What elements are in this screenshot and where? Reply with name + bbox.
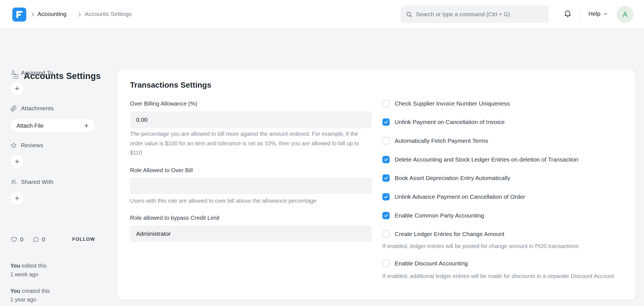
field-help-text: The percentage you are allowed to bill m… xyxy=(130,129,365,158)
history-who: You xyxy=(10,263,20,269)
form-fields-column: Over Billing Allowance (%) The percentag… xyxy=(130,69,372,300)
checkbox-row: Delete Accounting and Stock Ledger Entri… xyxy=(382,155,578,164)
checkbox-column: Check Supplier Invoice Number Uniqueness… xyxy=(382,69,622,300)
sidebar-divider xyxy=(10,253,95,253)
checkbox-row: Book Asset Depreciation Entry Automatica… xyxy=(382,173,510,183)
follow-button[interactable]: FOLLOW xyxy=(72,237,95,242)
checkbox-row: Enable Common Party Accounting xyxy=(382,211,484,220)
checkbox-label: Unlink Advance Payment on Cancellation o… xyxy=(395,193,525,200)
checkbox-help-text: If enabled, ledger entries will be poste… xyxy=(382,242,622,251)
plus-icon xyxy=(14,195,20,201)
history-who: You xyxy=(10,288,20,294)
checkbox-label: Unlink Payment on Cancellation of Invoic… xyxy=(395,119,505,125)
checkbox[interactable] xyxy=(382,212,390,219)
avatar-letter: A xyxy=(623,10,628,18)
role-bypass-credit-limit-input[interactable] xyxy=(130,225,372,242)
checkbox-label: Enable Common Party Accounting xyxy=(395,212,484,219)
users-icon xyxy=(10,179,17,185)
created-history-entry: You created this 1 year ago xyxy=(10,287,50,304)
plus-icon xyxy=(83,123,89,129)
checkbox-label: Enable Discount Accounting xyxy=(395,260,468,267)
history-action: edited this xyxy=(20,263,46,269)
field-label-over-billing-allowance: Over Billing Allowance (%) xyxy=(130,99,197,108)
navbar: Accounting Accounts Settings Help A xyxy=(0,0,644,29)
add-review-button[interactable] xyxy=(10,155,24,168)
erpnext-logo-icon xyxy=(12,8,26,22)
checkbox[interactable] xyxy=(382,260,390,267)
field-label-role-bypass-credit-limit: Role allowed to bypass Credit Limit xyxy=(130,213,219,223)
navbar-divider xyxy=(581,8,581,21)
checkbox-row: Create Ledger Entries for Change Amount xyxy=(382,229,504,239)
checkbox[interactable] xyxy=(382,156,390,163)
shared-with-label: Shared With xyxy=(21,179,53,185)
checkbox-row: Check Supplier Invoice Number Uniqueness xyxy=(382,99,510,108)
attachments-section: Attachments xyxy=(10,105,54,112)
check-icon xyxy=(383,176,389,181)
over-billing-allowance-input[interactable] xyxy=(130,111,372,128)
checkbox[interactable] xyxy=(382,100,390,107)
plus-icon xyxy=(14,85,20,92)
attachments-label: Attachments xyxy=(21,105,54,112)
checkbox-row: Automatically Fetch Payment Terms xyxy=(382,136,488,146)
checkbox[interactable] xyxy=(382,174,390,182)
checkbox-label: Delete Accounting and Stock Ledger Entri… xyxy=(395,156,578,163)
check-icon xyxy=(383,194,389,199)
document-sidebar: Assigned To Attachments Attach File Revi… xyxy=(10,69,95,306)
checkbox-label: Book Asset Depreciation Entry Automatica… xyxy=(395,175,510,181)
reviews-section: Reviews xyxy=(10,142,43,149)
field-label-role-allowed-to-over-bill: Role Allowed to Over Bill xyxy=(130,165,193,175)
check-icon xyxy=(383,120,389,125)
add-share-button[interactable] xyxy=(10,191,24,205)
notifications-button[interactable] xyxy=(564,9,572,18)
page-header: Accounts Settings Save xyxy=(0,29,644,61)
checkbox-label: Check Supplier Invoice Number Uniqueness xyxy=(395,100,510,107)
assigned-to-label: Assigned To xyxy=(21,69,53,76)
history-action: created this xyxy=(20,288,50,294)
checkbox[interactable] xyxy=(382,137,390,144)
role-allowed-to-over-bill-input[interactable] xyxy=(130,177,372,194)
search-input[interactable] xyxy=(416,11,544,18)
chevron-right-icon xyxy=(29,11,36,18)
chevron-right-icon xyxy=(76,11,83,18)
breadcrumb-section[interactable]: Accounting xyxy=(37,11,67,17)
shared-with-section: Shared With xyxy=(10,179,53,185)
checkbox[interactable] xyxy=(382,118,390,126)
help-label: Help xyxy=(588,10,600,17)
comments-count: 0 xyxy=(42,236,45,243)
app-logo[interactable] xyxy=(12,8,26,22)
checkbox[interactable] xyxy=(382,193,390,200)
assign-user-icon xyxy=(10,69,17,76)
add-assignment-button[interactable] xyxy=(10,82,24,95)
star-icon xyxy=(10,142,17,149)
paperclip-icon xyxy=(10,105,17,112)
checkbox-label: Automatically Fetch Payment Terms xyxy=(395,137,488,144)
history-when: 1 week ago xyxy=(10,270,47,279)
likes-count: 0 xyxy=(20,236,23,243)
checkbox[interactable] xyxy=(382,230,390,238)
checkbox-label: Create Ledger Entries for Change Amount xyxy=(395,231,504,237)
comment-icon[interactable] xyxy=(32,236,39,243)
search-icon xyxy=(406,11,413,18)
field-help-text: Users with this role are allowed to over… xyxy=(130,196,365,206)
check-icon xyxy=(383,157,389,162)
transactions-settings-card: Transactions Settings Over Billing Allow… xyxy=(117,69,635,300)
checkbox-row: Unlink Advance Payment on Cancellation o… xyxy=(382,192,525,202)
checkbox-row: Unlink Payment on Cancellation of Invoic… xyxy=(382,117,505,127)
edited-history-entry: You edited this 1 week ago xyxy=(10,261,47,279)
attach-file-button[interactable]: Attach File xyxy=(10,119,95,132)
heart-icon[interactable] xyxy=(10,236,18,243)
check-icon xyxy=(383,213,389,218)
checkbox-help-text: If enabled, additional ledger entries wi… xyxy=(382,272,622,281)
history-when: 1 year ago xyxy=(10,295,50,304)
attach-file-label: Attach File xyxy=(16,122,44,129)
breadcrumb-page: Accounts Settings xyxy=(85,11,132,17)
reviews-label: Reviews xyxy=(21,142,43,149)
plus-icon xyxy=(14,158,20,165)
global-search[interactable] xyxy=(401,6,549,23)
count-separator: · xyxy=(27,236,29,243)
user-avatar[interactable]: A xyxy=(617,6,633,23)
checkbox-row: Enable Discount Accounting xyxy=(382,259,468,268)
help-menu[interactable]: Help xyxy=(588,10,608,17)
assigned-to-section: Assigned To xyxy=(10,69,53,76)
bell-icon xyxy=(564,9,572,18)
